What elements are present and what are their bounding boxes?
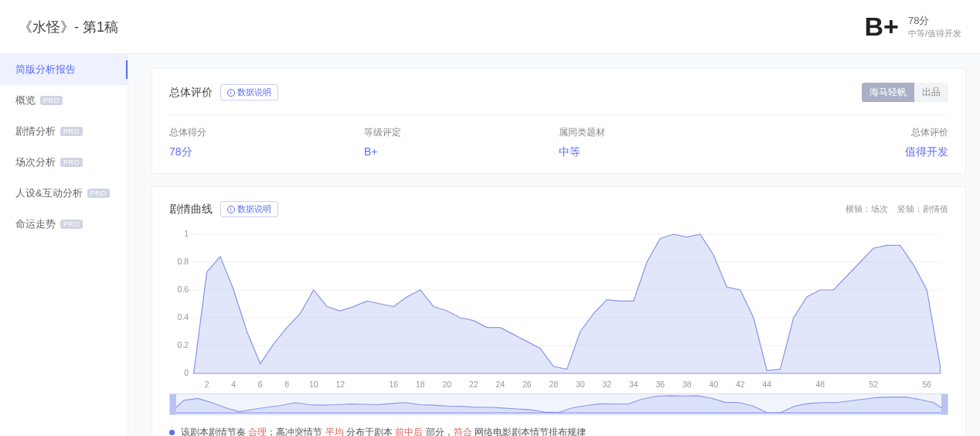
grade-desc: 中等/值得开发 [908, 28, 961, 39]
summary-col-0: 总体得分78分 [169, 126, 364, 159]
grade-block: B+ 78分 中等/值得开发 [865, 12, 961, 42]
range-handle-right[interactable] [941, 394, 948, 414]
y-axis-label: 竖轴：剧情值 [897, 204, 948, 213]
main-content: 总体评价 i 数据说明 海马轻帆 出品 总体得分78分等级评定B+属同类题材中等… [128, 54, 980, 436]
summary-col-2: 属同类题材中等 [559, 126, 754, 159]
info-icon: i [227, 89, 235, 97]
pro-badge: PRO [60, 127, 83, 136]
pro-badge: PRO [40, 96, 63, 105]
summary-value: B+ [364, 145, 559, 158]
svg-text:24: 24 [495, 380, 505, 389]
sidebar-item-5[interactable]: 命运走势PRO [0, 209, 128, 240]
info-icon: i [227, 206, 235, 213]
sidebar-item-label: 剧情分析 [15, 124, 56, 138]
svg-text:44: 44 [762, 380, 771, 389]
svg-text:32: 32 [602, 380, 611, 389]
data-explain-button[interactable]: i 数据说明 [220, 84, 278, 100]
sidebar-item-0[interactable]: 简版分析报告 [0, 54, 128, 85]
explain-label: 数据说明 [237, 203, 271, 215]
svg-text:42: 42 [736, 380, 745, 389]
svg-text:0.8: 0.8 [178, 257, 189, 266]
summary-label: 属同类题材 [559, 126, 754, 139]
svg-text:22: 22 [469, 380, 478, 389]
chart: 00.20.40.60.8124681012161820222426283032… [169, 230, 948, 392]
footnote-text: 该剧本剧情节奏 合理；高冲突情节 平均 分布于剧本 前中后 部分，符合 网络电影… [181, 426, 586, 436]
sidebar: 简版分析报告概览PRO剧情分析PRO场次分析PRO人设&互动分析PRO命运走势P… [0, 54, 128, 436]
svg-text:48: 48 [815, 380, 825, 389]
range-slider[interactable] [169, 393, 948, 415]
brand-right: 出品 [914, 83, 948, 102]
svg-text:18: 18 [416, 380, 425, 389]
summary-col-1: 等级评定B+ [364, 126, 559, 159]
overall-eval-panel: 总体评价 i 数据说明 海马轻帆 出品 总体得分78分等级评定B+属同类题材中等… [151, 68, 966, 174]
bullet-icon [169, 430, 175, 435]
x-axis-label: 横轴：场次 [846, 204, 888, 213]
summary-value: 中等 [559, 145, 754, 159]
sidebar-item-4[interactable]: 人设&互动分析PRO [0, 178, 128, 209]
svg-text:52: 52 [869, 380, 878, 389]
panel-title: 总体评价 [169, 86, 213, 100]
header: 《水怪》- 第1稿 B+ 78分 中等/值得开发 [0, 0, 980, 54]
sidebar-item-label: 场次分析 [15, 155, 56, 169]
svg-text:40: 40 [709, 380, 718, 389]
brand-left: 海马轻帆 [862, 83, 914, 102]
svg-text:38: 38 [682, 380, 692, 389]
sidebar-item-3[interactable]: 场次分析PRO [0, 147, 128, 178]
sidebar-item-1[interactable]: 概览PRO [0, 85, 128, 116]
svg-text:20: 20 [442, 380, 451, 389]
svg-text:8: 8 [284, 380, 289, 389]
summary-label: 等级评定 [364, 126, 559, 139]
svg-text:0.2: 0.2 [178, 341, 189, 349]
sidebar-item-label: 概览 [15, 94, 36, 107]
plot-curve-panel: 剧情曲线 i 数据说明 横轴：场次 竖轴：剧情值 00.20.40.60.812… [151, 186, 966, 436]
svg-text:30: 30 [576, 380, 585, 389]
pro-badge: PRO [60, 220, 83, 229]
svg-text:1: 1 [184, 230, 189, 238]
svg-text:34: 34 [629, 380, 638, 389]
sidebar-item-label: 人设&互动分析 [15, 186, 83, 200]
range-handle-left[interactable] [170, 394, 176, 414]
chart-footnote: 该剧本剧情节奏 合理；高冲突情节 平均 分布于剧本 前中后 部分，符合 网络电影… [169, 426, 948, 436]
page-title: 《水怪》- 第1稿 [19, 18, 118, 36]
summary-col-3: 总体评价值得开发 [754, 126, 948, 159]
panel-title: 剧情曲线 [169, 203, 213, 216]
svg-text:0: 0 [184, 369, 189, 377]
svg-text:0.4: 0.4 [178, 313, 189, 322]
svg-text:26: 26 [522, 380, 532, 389]
grade-score: 78分 [908, 15, 961, 28]
grade-letter: B+ [865, 12, 899, 42]
svg-text:16: 16 [389, 380, 398, 389]
axis-legend: 横轴：场次 竖轴：剧情值 [846, 203, 948, 215]
svg-text:36: 36 [655, 380, 665, 389]
svg-text:56: 56 [922, 380, 931, 389]
sidebar-item-2[interactable]: 剧情分析PRO [0, 116, 128, 147]
svg-text:0.6: 0.6 [178, 285, 189, 294]
summary-label: 总体得分 [169, 126, 364, 139]
sidebar-item-label: 简版分析报告 [15, 63, 76, 77]
data-explain-button[interactable]: i 数据说明 [220, 201, 278, 217]
svg-text:2: 2 [205, 380, 209, 389]
pro-badge: PRO [60, 158, 83, 167]
svg-text:10: 10 [309, 380, 318, 389]
brand-badge: 海马轻帆 出品 [862, 83, 948, 102]
svg-text:28: 28 [549, 380, 558, 389]
pro-badge: PRO [87, 189, 110, 198]
summary-value: 值得开发 [754, 145, 948, 159]
sidebar-item-label: 命运走势 [15, 217, 56, 231]
summary-label: 总体评价 [754, 126, 948, 139]
summary-value: 78分 [169, 145, 364, 159]
explain-label: 数据说明 [237, 87, 271, 98]
svg-text:6: 6 [258, 380, 263, 389]
summary-row: 总体得分78分等级评定B+属同类题材中等总体评价值得开发 [169, 114, 948, 159]
svg-text:12: 12 [335, 380, 345, 389]
svg-text:4: 4 [231, 380, 236, 389]
